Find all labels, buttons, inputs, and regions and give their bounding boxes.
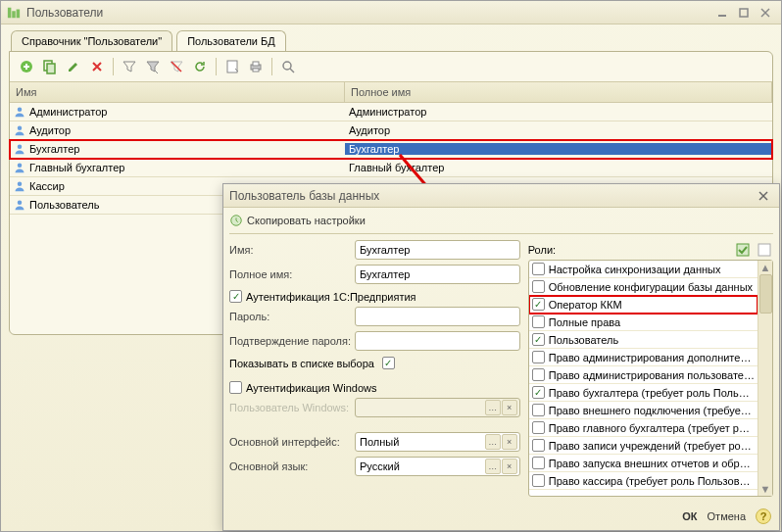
auth-win-row[interactable]: Аутентификация Windows [229,381,520,394]
role-checkbox[interactable] [532,386,545,399]
column-fullname-header[interactable]: Полное имя [345,82,772,102]
role-row[interactable]: Право главного бухгалтера (требует р… [529,419,758,437]
table-row[interactable]: АудиторАудитор [10,121,772,140]
table-row[interactable]: Главный бухгалтерГлавный бухгалтер [10,159,772,177]
role-checkbox[interactable] [532,421,545,434]
main-interface-open-button[interactable]: … [485,434,501,450]
svg-point-14 [283,62,291,70]
role-label: Право главного бухгалтера (требует р… [549,422,750,434]
filter-button[interactable] [119,56,140,77]
role-checkbox[interactable] [532,439,545,452]
cell-name: Главный бухгалтер [10,162,345,173]
svg-rect-0 [8,7,12,18]
delete-button[interactable] [86,56,108,77]
svg-rect-13 [253,69,259,72]
role-row[interactable]: Право запуска внешних отчетов и обр… [529,455,758,472]
auth-win-checkbox[interactable] [229,381,242,394]
copy-settings-button[interactable]: Скопировать настройки [229,214,366,227]
role-row[interactable]: Право кассира (требует роль Пользов… [529,472,758,490]
add-button[interactable] [16,56,37,77]
dialog-right-column: Роли: Настройка синхронизации данныхОбно… [528,240,773,497]
roles-uncheck-all-button[interactable] [756,241,773,259]
role-label: Право бухгалтера (требует роль Поль… [549,387,750,399]
roles-scrollbar[interactable]: ▲ ▼ [758,261,772,496]
tab-reference-users[interactable]: Справочник "Пользователи" [11,30,172,51]
role-row[interactable]: Право внешнего подключения (требуе… [529,402,758,419]
role-label: Право администрирования дополните… [549,352,752,363]
role-row[interactable]: Пользователь [529,331,758,349]
scroll-up-icon[interactable]: ▲ [759,261,772,274]
auth-win-label: Аутентификация Windows [246,382,376,394]
role-row[interactable]: Полные права [529,314,758,331]
role-checkbox[interactable] [532,474,545,487]
output-button[interactable] [221,56,243,77]
main-interface-clear-button[interactable]: × [502,434,517,450]
dialog-footer: ОК Отмена ? [682,508,771,524]
role-row[interactable]: Настройка синхронизации данных [529,261,758,278]
role-checkbox[interactable] [532,280,545,293]
app-icon [7,6,21,20]
search-button[interactable] [277,56,299,77]
role-checkbox[interactable] [532,263,545,275]
table-row[interactable]: АдминистраторАдминистратор [10,103,772,121]
role-row[interactable]: Право администрирования дополните… [529,349,758,366]
scroll-down-icon[interactable]: ▼ [759,482,772,496]
grid-header: Имя Полное имя [10,82,772,103]
password-label: Пароль: [229,311,355,322]
role-checkbox[interactable] [532,333,545,346]
show-in-list-row[interactable]: Показывать в списке выбора [229,357,520,369]
edit-button[interactable] [63,56,84,77]
maximize-button[interactable] [734,5,754,21]
role-checkbox[interactable] [532,351,545,363]
separator [113,58,114,75]
tab-db-users[interactable]: Пользователи БД [176,30,286,51]
table-row[interactable]: БухгалтерБухгалтер [10,140,772,159]
role-checkbox[interactable] [532,457,545,469]
auth-1c-checkbox[interactable] [229,290,242,303]
password-input[interactable] [355,307,520,326]
role-row[interactable]: Оператор ККМ [529,296,758,314]
clear-filter-button[interactable] [166,56,187,77]
print-button[interactable] [245,56,267,77]
win-user-clear-button[interactable]: × [502,400,517,415]
dialog-close-button[interactable] [754,188,773,204]
ok-button[interactable]: ОК [682,510,697,522]
role-checkbox[interactable] [532,298,545,311]
role-row[interactable]: Право записи учреждений (требует ро… [529,437,758,455]
help-button[interactable]: ? [756,508,771,524]
role-checkbox[interactable] [532,368,545,381]
svg-rect-12 [253,62,259,66]
win-user-select: … × [355,398,520,417]
auth-1c-row[interactable]: Аутентификация 1С:Предприятия [229,290,520,303]
role-checkbox[interactable] [532,315,545,328]
password-confirm-input[interactable] [355,331,520,351]
roles-check-all-button[interactable] [734,241,752,259]
scroll-thumb[interactable] [759,274,772,314]
main-interface-select[interactable]: Полный … × [355,432,520,452]
role-row[interactable]: Обновление конфигурации базы данных [529,278,758,296]
win-user-select-button[interactable]: … [485,400,501,415]
dialog-toolbar: Скопировать настройки [229,212,773,234]
name-input[interactable] [355,240,520,260]
refresh-button[interactable] [189,56,211,77]
svg-point-15 [18,108,23,113]
role-label: Право записи учреждений (требует ро… [549,440,752,452]
cancel-button[interactable]: Отмена [708,510,746,522]
show-in-list-checkbox[interactable] [382,357,395,369]
minimize-button[interactable] [712,5,732,21]
role-label: Оператор ККМ [549,299,622,311]
close-button[interactable] [756,5,775,21]
roles-list[interactable]: Настройка синхронизации данныхОбновление… [529,261,758,496]
role-row[interactable]: Право бухгалтера (требует роль Поль… [529,384,758,402]
role-label: Пользователь [549,334,618,346]
column-name-header[interactable]: Имя [10,82,345,102]
filter-button-2[interactable] [142,56,164,77]
role-checkbox[interactable] [532,404,545,416]
main-lang-select[interactable]: Русский … × [355,457,520,476]
copy-button[interactable] [39,56,61,77]
svg-point-19 [18,182,23,187]
main-lang-open-button[interactable]: … [485,459,501,474]
main-lang-clear-button[interactable]: × [502,459,517,474]
role-row[interactable]: Право администрирования пользовате… [529,366,758,384]
fullname-input[interactable] [355,265,520,284]
